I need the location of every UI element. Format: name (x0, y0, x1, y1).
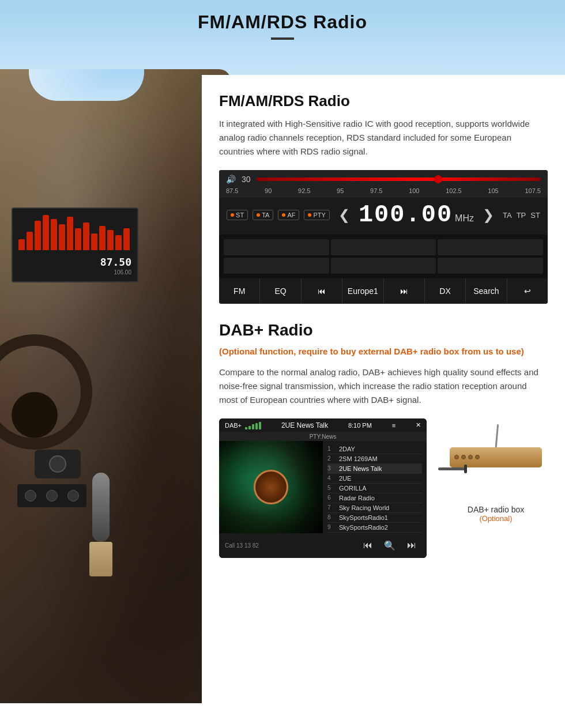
eq-button[interactable]: EQ (260, 278, 301, 304)
prev-button[interactable]: ⏮ (302, 278, 342, 304)
dab-cable (438, 467, 467, 470)
connector-1 (454, 455, 459, 459)
dab-box-body (450, 447, 542, 467)
dx-button[interactable]: DX (425, 278, 466, 304)
back-button[interactable]: ↩ (507, 278, 548, 304)
volume-level: 30 (242, 175, 251, 184)
freq-unit: MHz (455, 213, 474, 224)
freq-label-975: 97.5 (370, 187, 382, 194)
connector-3 (468, 455, 473, 459)
preset-5[interactable] (331, 258, 436, 274)
bar-3 (252, 424, 254, 429)
preset-4[interactable] (224, 258, 329, 274)
dab-section-title: DAB+ Radio (219, 321, 548, 340)
search-button[interactable]: Search (466, 278, 507, 304)
dab-connectors (450, 447, 542, 467)
station-item-10[interactable]: 10 Triple M (327, 533, 422, 533)
station-item-3[interactable]: 3 2UE News Talk (327, 464, 422, 474)
dab-artwork-inner (254, 470, 288, 504)
fm-section-title: FM/AM/RDS Radio (219, 92, 548, 110)
station-item-9[interactable]: 9 SkySportsRadio2 (327, 523, 422, 533)
car-interior-panel: 87.50 106.00 (0, 69, 231, 703)
dab-artwork (219, 441, 323, 533)
dab-body: 1 2DAY 2 2SM 1269AM 3 2UE News Talk 4 2U… (219, 441, 427, 533)
dab-bottom-bar: Call 13 13 82 ⏮ 🔍 ⏭ (219, 533, 427, 558)
freq-label-90: 90 (265, 187, 272, 194)
title-underline (271, 37, 294, 40)
station-item-5[interactable]: 5 GORILLA (327, 484, 422, 493)
page-title-area: FM/AM/RDS Radio (0, 0, 565, 48)
dab-label: DAB+ (225, 422, 242, 429)
bottom-controls: FM EQ ⏮ Europe1 ⏭ DX Search ↩ (219, 278, 548, 304)
station-item-8[interactable]: 8 SkySportsRadio1 (327, 513, 422, 523)
nav-prev-arrow[interactable]: ❮ (338, 207, 350, 223)
tag-ta[interactable]: TA (253, 210, 273, 220)
bar-5 (259, 422, 261, 429)
radio-screen: 🔊 30 87.5 90 92.5 95 97.5 100 102.5 105 … (219, 170, 548, 304)
dab-station-name: 2UE News Talk (281, 421, 328, 429)
nav-next-arrow[interactable]: ❯ (483, 207, 494, 223)
pty-label: PTY:News (219, 432, 427, 441)
freq-display: 100.00 (359, 201, 453, 229)
station-item-7[interactable]: 7 Sky Racing World (327, 503, 422, 513)
bar-1 (245, 427, 247, 429)
tag-af[interactable]: AF (278, 210, 299, 220)
call-label: Call 13 13 82 (225, 542, 259, 549)
dab-menu-icon: ≡ (392, 422, 396, 429)
station-item-1[interactable]: 1 2DAY (327, 444, 422, 454)
station-item-6[interactable]: 6 Radar Radio (327, 493, 422, 503)
content-panel: FM/AM/RDS Radio It integrated with High-… (202, 75, 565, 709)
preset-6[interactable] (438, 258, 543, 274)
preset-grid-2 (219, 258, 548, 278)
next-button[interactable]: ⏭ (384, 278, 425, 304)
dab-prev-btn[interactable]: ⏮ (363, 540, 372, 550)
connector-2 (461, 455, 466, 459)
radio-controls: ST TA AF PTY ❮ 100.00 MHz (219, 198, 548, 235)
dab-signal-bars (245, 421, 261, 429)
europe1-button[interactable]: Europe1 (342, 278, 383, 304)
dab-box-illustration (438, 424, 553, 499)
dab-close-icon[interactable]: ✕ (416, 421, 421, 429)
dab-time: 8:10 PM (348, 422, 372, 429)
tag-pty[interactable]: PTY (304, 210, 329, 220)
radio-tags: ST TA AF PTY (227, 210, 330, 220)
dab-desc: Compare to the normal analog radio, DAB+… (219, 365, 548, 407)
preset-grid-1 (219, 235, 548, 258)
dab-cable-end (464, 465, 467, 473)
st-label-right: ST (530, 211, 540, 220)
dab-next-btn[interactable]: ⏭ (407, 540, 416, 550)
freq-thumb (434, 175, 442, 183)
dab-station-list: 1 2DAY 2 2SM 1269AM 3 2UE News Talk 4 2U… (323, 441, 427, 533)
page-title: FM/AM/RDS Radio (0, 12, 565, 33)
freq-label-925: 92.5 (298, 187, 310, 194)
freq-label-875: 87.5 (226, 187, 238, 194)
freq-display-container: 100.00 MHz (359, 201, 474, 229)
station-item-2[interactable]: 2 2SM 1269AM (327, 454, 422, 464)
freq-slider[interactable] (257, 175, 541, 183)
dab-search-btn[interactable]: 🔍 (384, 540, 396, 551)
preset-2[interactable] (331, 239, 436, 255)
dab-bottom-controls: ⏮ 🔍 ⏭ (359, 535, 421, 556)
ta-label: TA (503, 211, 512, 220)
freq-label-1025: 102.5 (446, 187, 462, 194)
dab-box-container: DAB+ radio box (Optional) (438, 418, 553, 523)
ta-tp-labels: TA TP ST (503, 211, 540, 220)
dab-artwork-area (219, 441, 323, 533)
preset-1[interactable] (224, 239, 329, 255)
dab-box-optional: (Optional) (479, 514, 512, 523)
bar-2 (248, 426, 251, 429)
dab-screen-container: DAB+ 2UE News Talk 8:10 PM ≡ ✕ PTY:News (219, 418, 548, 558)
freq-label-1075: 107.5 (525, 187, 541, 194)
dab-screen: DAB+ 2UE News Talk 8:10 PM ≡ ✕ PTY:News (219, 418, 427, 558)
radio-freq-bar: 🔊 30 (219, 170, 548, 186)
freq-track (257, 178, 541, 181)
station-item-4[interactable]: 4 2UE (327, 474, 422, 484)
tag-st[interactable]: ST (227, 210, 248, 220)
dab-optional-text: (Optional function, require to buy exter… (219, 345, 548, 359)
preset-3[interactable] (438, 239, 543, 255)
volume-icon: 🔊 (226, 175, 236, 184)
connector-4 (475, 455, 480, 459)
tp-label: TP (517, 211, 526, 220)
freq-label-100: 100 (409, 187, 419, 194)
fm-button[interactable]: FM (219, 278, 260, 304)
